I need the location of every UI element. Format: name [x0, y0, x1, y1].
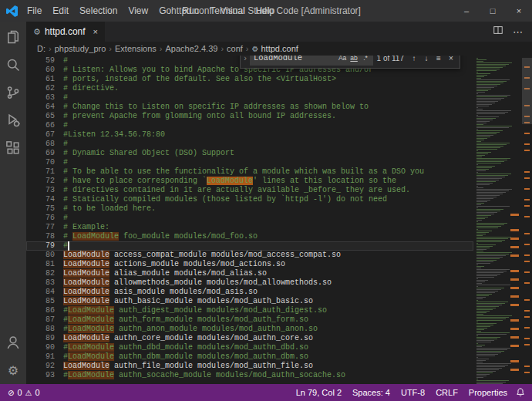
line-number[interactable]: 79: [26, 241, 62, 251]
status-indentation[interactable]: Spaces: 4: [349, 388, 393, 397]
next-match-button[interactable]: ↓: [420, 56, 433, 64]
line-number[interactable]: 85: [26, 297, 62, 306]
line-number[interactable]: 69: [26, 149, 62, 158]
code-line[interactable]: 71# To be able to use the functionality …: [26, 167, 473, 177]
activity-item-manage[interactable]: ⚙: [0, 356, 26, 384]
toggle-replace-icon[interactable]: ›: [241, 56, 250, 68]
line-number[interactable]: 65: [26, 112, 62, 121]
minimap[interactable]: [473, 56, 521, 384]
line-number[interactable]: 88: [26, 325, 62, 334]
whole-word-toggle[interactable]: ab: [348, 56, 360, 64]
line-number[interactable]: 72: [26, 177, 62, 186]
line-number[interactable]: 84: [26, 288, 62, 297]
line-number[interactable]: 59: [26, 56, 62, 66]
code-line[interactable]: 85LoadModule auth_basic_module modules/m…: [26, 297, 473, 306]
find-in-selection-button[interactable]: ≡: [433, 56, 445, 64]
code-line[interactable]: 62# directive.: [26, 84, 473, 93]
code-line[interactable]: 81LoadModule actions_module modules/mod_…: [26, 260, 473, 269]
activity-item-accounts[interactable]: [0, 329, 26, 356]
line-number[interactable]: 76: [26, 214, 62, 223]
code-line[interactable]: 63#: [26, 93, 473, 103]
line-number[interactable]: 64: [26, 103, 62, 112]
line-number[interactable]: 93: [26, 371, 62, 380]
line-number[interactable]: 91: [26, 352, 62, 362]
code-line[interactable]: 78# LoadModule foo_module modules/mod_fo…: [26, 232, 473, 241]
activity-item-source-control[interactable]: [0, 79, 26, 106]
line-number[interactable]: 60: [26, 66, 62, 75]
activity-item-search[interactable]: [0, 51, 26, 79]
line-number[interactable]: 67: [26, 130, 62, 140]
code-line[interactable]: 83LoadModule allowmethods_module modules…: [26, 278, 473, 288]
code-line[interactable]: 82LoadModule alias_module modules/mod_al…: [26, 269, 473, 278]
line-number[interactable]: 86: [26, 306, 62, 315]
breadcrumb-item[interactable]: Apache2.4.39: [166, 44, 218, 53]
line-number[interactable]: 68: [26, 140, 62, 149]
code-line[interactable]: 70#: [26, 158, 473, 167]
code-line[interactable]: 93#LoadModule authn_socache_module modul…: [26, 371, 473, 380]
line-number[interactable]: 80: [26, 251, 62, 260]
code-line[interactable]: 64# Change this to Listen on specific IP…: [26, 103, 473, 112]
menu-edit[interactable]: Edit: [47, 0, 74, 22]
close-button[interactable]: ×: [506, 0, 532, 22]
line-number[interactable]: 73: [26, 186, 62, 195]
breadcrumb-item[interactable]: conf: [227, 44, 243, 53]
line-number[interactable]: 74: [26, 195, 62, 204]
breadcrumb-item[interactable]: phpstudy_pro: [55, 44, 106, 53]
code-line[interactable]: 72# have to place corresponding `LoadMod…: [26, 177, 473, 186]
line-number[interactable]: 62: [26, 84, 62, 93]
maximize-button[interactable]: □: [480, 0, 506, 22]
more-actions-icon[interactable]: ⋯: [513, 26, 523, 38]
code-line[interactable]: 90#LoadModule authn_dbd_module modules/m…: [26, 343, 473, 352]
activity-item-run-debug[interactable]: [0, 106, 26, 134]
code-line[interactable]: 86#LoadModule auth_digest_module modules…: [26, 306, 473, 315]
scrollbar-thumb[interactable]: [522, 58, 532, 124]
code-line[interactable]: 87#LoadModule auth_form_module modules/m…: [26, 315, 473, 325]
regex-toggle[interactable]: .*: [360, 56, 372, 64]
code-area[interactable]: 59#60# Listen: Allows you to bind Apache…: [26, 56, 473, 384]
line-number[interactable]: 90: [26, 343, 62, 352]
tab-close-icon[interactable]: ×: [93, 27, 98, 36]
code-line[interactable]: 89LoadModule authn_core_module modules/m…: [26, 334, 473, 343]
code-line[interactable]: 68#: [26, 140, 473, 149]
minimize-button[interactable]: –: [453, 0, 480, 22]
line-number[interactable]: 78: [26, 232, 62, 241]
code-line[interactable]: 69# Dynamic Shared Object (DSO) Support: [26, 149, 473, 158]
menu-view[interactable]: View: [123, 0, 153, 22]
code-line[interactable]: 61# ports, instead of the default. See a…: [26, 75, 473, 84]
line-number[interactable]: 75: [26, 204, 62, 214]
code-line[interactable]: 88#LoadModule authn_anon_module modules/…: [26, 325, 473, 334]
line-number[interactable]: 89: [26, 334, 62, 343]
menu-selection[interactable]: Selection: [74, 0, 123, 22]
code-line[interactable]: 76#: [26, 214, 473, 223]
find-input[interactable]: LoadModule Aa ab .*: [250, 56, 373, 66]
code-line[interactable]: 66#: [26, 121, 473, 130]
line-number[interactable]: 77: [26, 223, 62, 232]
breadcrumb-item[interactable]: Extensions: [115, 44, 157, 53]
breadcrumb-item[interactable]: D:: [37, 44, 45, 53]
code-line[interactable]: 92LoadModule authn_file_module modules/m…: [26, 362, 473, 371]
line-number[interactable]: 63: [26, 93, 62, 103]
code-line[interactable]: 75# to be loaded here.: [26, 204, 473, 214]
line-number[interactable]: 71: [26, 167, 62, 177]
code-line[interactable]: 74# Statically compiled modules (those l…: [26, 195, 473, 204]
code-line[interactable]: 67#Listen 12.34.56.78:80: [26, 130, 473, 140]
code-line[interactable]: 80LoadModule access_compat_module module…: [26, 251, 473, 260]
code-line[interactable]: 79#: [26, 241, 473, 251]
activity-item-explorer[interactable]: [0, 23, 26, 51]
status-eol[interactable]: CRLF: [433, 388, 461, 397]
breadcrumb-item-file[interactable]: ⚙httpd.conf: [252, 44, 298, 53]
match-case-toggle[interactable]: Aa: [337, 56, 348, 64]
line-number[interactable]: 66: [26, 121, 62, 130]
line-number[interactable]: 83: [26, 278, 62, 288]
close-find-button[interactable]: ×: [445, 56, 457, 64]
notifications-bell-icon[interactable]: [515, 387, 526, 398]
menu-file[interactable]: File: [22, 0, 47, 22]
line-number[interactable]: 61: [26, 75, 62, 84]
code-line[interactable]: 84LoadModule asis_module modules/mod_asi…: [26, 288, 473, 297]
previous-match-button[interactable]: ↑: [408, 56, 420, 64]
line-number[interactable]: 82: [26, 269, 62, 278]
code-line[interactable]: 91#LoadModule authn_dbm_module modules/m…: [26, 352, 473, 362]
line-number[interactable]: 87: [26, 315, 62, 325]
status-encoding[interactable]: UTF-8: [398, 388, 428, 397]
line-number[interactable]: 92: [26, 362, 62, 371]
